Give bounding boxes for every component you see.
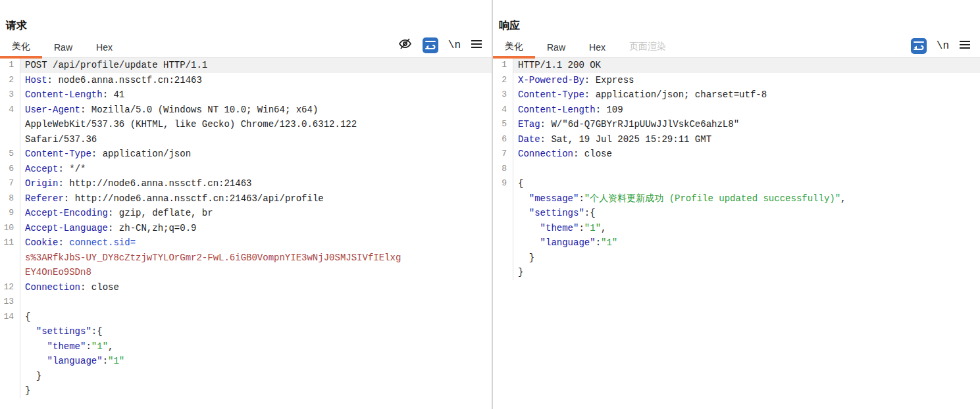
word-wrap-button[interactable] (423, 37, 438, 53)
line-content[interactable]: } (513, 265, 980, 280)
line-number (0, 324, 20, 339)
line-content[interactable]: ETag: W/"6d-Q7GBYrRJ1pUUwJJlVskCe6ahzL8" (513, 117, 980, 132)
line-content[interactable]: Cookie: connect.sid= (20, 235, 492, 251)
line-content[interactable]: "language":"1" (20, 354, 492, 369)
line-content[interactable]: "message":"个人资料更新成功 (Profile updated suc… (513, 191, 980, 206)
code-line[interactable]: "language":"1" (493, 235, 980, 251)
code-line[interactable]: 7Origin: http://node6.anna.nssctf.cn:214… (0, 176, 492, 191)
line-content[interactable]: "settings":{ (20, 324, 492, 339)
code-line[interactable]: 12Connection: close (0, 280, 492, 295)
tab-Raw[interactable]: Raw (535, 42, 577, 57)
line-content[interactable]: Content-Length: 41 (20, 87, 492, 103)
code-line[interactable]: 2X-Powered-By: Express (493, 73, 980, 88)
line-content[interactable] (513, 162, 980, 177)
line-content[interactable]: Accept-Language: zh-CN,zh;q=0.9 (20, 221, 492, 236)
line-number (493, 221, 513, 236)
code-line[interactable]: EY4OnEo9SDn8 (0, 265, 492, 280)
code-line[interactable]: 2Host: node6.anna.nssctf.cn:21463 (0, 73, 492, 88)
code-line[interactable]: "settings":{ (493, 206, 980, 221)
code-line[interactable]: } (0, 369, 492, 384)
line-content[interactable]: Content-Length: 109 (513, 103, 980, 118)
line-content[interactable]: } (513, 251, 980, 266)
line-content[interactable]: "language":"1" (513, 235, 980, 251)
tab-Hex[interactable]: Hex (577, 42, 617, 57)
line-content[interactable]: "settings":{ (513, 206, 980, 221)
line-content[interactable]: "theme":"1", (513, 221, 980, 236)
tab-美化[interactable]: 美化 (493, 41, 535, 57)
line-content[interactable]: Host: node6.anna.nssctf.cn:21463 (20, 73, 492, 88)
code-line[interactable]: "theme":"1", (0, 339, 492, 354)
code-line[interactable]: 1POST /api/profile/update HTTP/1.1 (0, 58, 492, 73)
code-line[interactable]: 10Accept-Language: zh-CN,zh;q=0.9 (0, 221, 492, 236)
line-content[interactable]: Content-Type: application/json; charset=… (513, 87, 980, 103)
line-content[interactable]: X-Powered-By: Express (513, 73, 980, 88)
code-line[interactable]: 13 (0, 295, 492, 310)
word-wrap-button[interactable] (911, 38, 927, 54)
code-line[interactable]: 1HTTP/1.1 200 OK (493, 58, 980, 73)
line-content[interactable]: EY4OnEo9SDn8 (20, 265, 492, 280)
line-content[interactable]: Accept-Encoding: gzip, deflate, br (20, 206, 492, 221)
line-content[interactable]: { (513, 176, 980, 191)
tab-Hex[interactable]: Hex (84, 42, 124, 57)
show-newline-button[interactable]: \n (937, 40, 949, 52)
line-content[interactable]: } (20, 383, 492, 398)
line-content[interactable] (20, 295, 492, 310)
line-content[interactable]: Connection: close (513, 147, 980, 162)
code-line[interactable]: 11Cookie: connect.sid= (0, 235, 492, 251)
code-line[interactable]: 7Connection: close (493, 147, 980, 162)
hide-headers-button[interactable] (398, 36, 413, 54)
code-line[interactable]: Safari/537.36 (0, 132, 492, 147)
request-editor[interactable]: 1POST /api/profile/update HTTP/1.12Host:… (0, 58, 492, 398)
code-line[interactable]: 8 (493, 162, 980, 177)
response-tabbar: 美化RawHex页面渲染 (493, 39, 980, 58)
line-content[interactable]: } (20, 369, 492, 384)
line-number (0, 354, 20, 369)
code-line[interactable]: 14{ (0, 310, 492, 325)
response-panel: 响应 美化RawHex页面渲染 \n (492, 0, 980, 409)
response-menu-button[interactable] (959, 39, 971, 53)
code-line[interactable]: 4User-Agent: Mozilla/5.0 (Windows NT 10.… (0, 103, 492, 118)
code-line[interactable]: 6Date: Sat, 19 Jul 2025 15:29:11 GMT (493, 132, 980, 147)
line-content[interactable]: Date: Sat, 19 Jul 2025 15:29:11 GMT (513, 132, 980, 147)
request-menu-button[interactable] (471, 39, 482, 52)
line-content[interactable]: HTTP/1.1 200 OK (513, 58, 980, 73)
code-line[interactable]: } (493, 265, 980, 280)
code-line[interactable]: 4Content-Length: 109 (493, 103, 980, 118)
code-line[interactable]: 3Content-Type: application/json; charset… (493, 87, 980, 103)
line-number (0, 339, 20, 354)
eye-off-icon (398, 36, 413, 54)
code-line[interactable]: "settings":{ (0, 324, 492, 339)
code-line[interactable]: 9Accept-Encoding: gzip, deflate, br (0, 206, 492, 221)
line-content[interactable]: AppleWebKit/537.36 (KHTML, like Gecko) C… (20, 117, 492, 132)
line-content[interactable]: Safari/537.36 (20, 132, 492, 147)
code-line[interactable]: 3Content-Length: 41 (0, 87, 492, 103)
line-number: 7 (493, 147, 513, 162)
code-line[interactable]: "language":"1" (0, 354, 492, 369)
response-editor[interactable]: 1HTTP/1.1 200 OK2X-Powered-By: Express3C… (493, 58, 980, 280)
line-content[interactable]: Connection: close (20, 280, 492, 295)
code-line[interactable]: 6Accept: */* (0, 162, 492, 177)
line-content[interactable]: { (20, 310, 492, 325)
line-content[interactable]: User-Agent: Mozilla/5.0 (Windows NT 10.0… (20, 103, 492, 118)
tab-美化[interactable]: 美化 (0, 41, 42, 57)
line-content[interactable]: Accept: */* (20, 162, 492, 177)
line-content[interactable]: POST /api/profile/update HTTP/1.1 (20, 58, 492, 73)
line-content[interactable]: "theme":"1", (20, 339, 492, 354)
line-content[interactable]: s%3ARfkJbS-UY_DY8cZtzjwTYLOrGmr2-FwL.6iG… (20, 251, 492, 266)
word-wrap-icon (423, 36, 438, 55)
code-line[interactable]: } (0, 383, 492, 398)
code-line[interactable]: } (493, 251, 980, 266)
line-content[interactable]: Referer: http://node6.anna.nssctf.cn:214… (20, 191, 492, 206)
code-line[interactable]: 5ETag: W/"6d-Q7GBYrRJ1pUUwJJlVskCe6ahzL8… (493, 117, 980, 132)
line-content[interactable]: Origin: http://node6.anna.nssctf.cn:2146… (20, 176, 492, 191)
line-content[interactable]: Content-Type: application/json (20, 147, 492, 162)
code-line[interactable]: 8Referer: http://node6.anna.nssctf.cn:21… (0, 191, 492, 206)
code-line[interactable]: "theme":"1", (493, 221, 980, 236)
code-line[interactable]: s%3ARfkJbS-UY_DY8cZtzjwTYLOrGmr2-FwL.6iG… (0, 251, 492, 266)
code-line[interactable]: AppleWebKit/537.36 (KHTML, like Gecko) C… (0, 117, 492, 132)
code-line[interactable]: 9{ (493, 176, 980, 191)
tab-Raw[interactable]: Raw (42, 42, 84, 57)
show-newline-button[interactable]: \n (448, 39, 461, 51)
code-line[interactable]: 5Content-Type: application/json (0, 147, 492, 162)
code-line[interactable]: "message":"个人资料更新成功 (Profile updated suc… (493, 191, 980, 206)
